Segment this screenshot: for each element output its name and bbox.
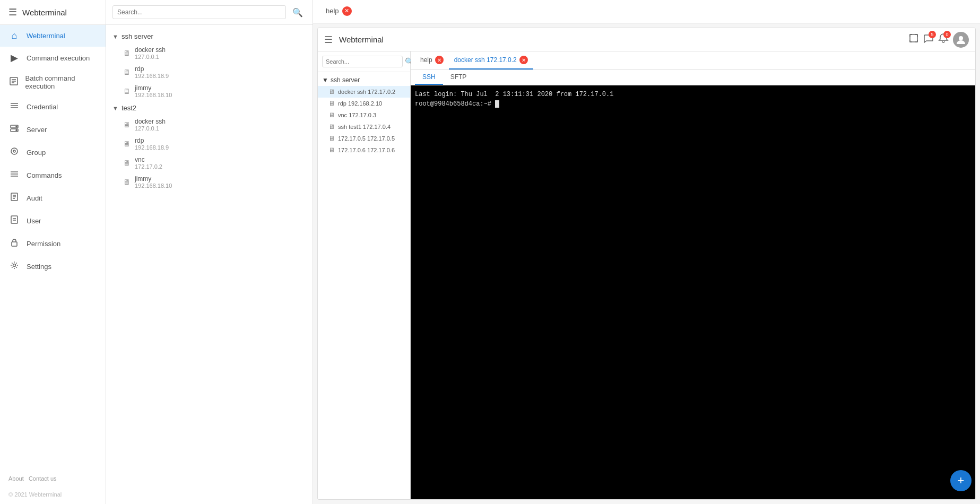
server-name: docker ssh	[135, 118, 166, 125]
sidebar-item-label: Audit	[27, 194, 42, 202]
tab-help[interactable]: help ✕	[319, 1, 358, 22]
avatar[interactable]	[953, 32, 969, 48]
sidebar-item-settings[interactable]: Settings	[0, 255, 106, 278]
tab-close-button[interactable]: ✕	[342, 6, 352, 16]
terminal-cursor	[495, 100, 499, 108]
server-search-button[interactable]: 🔍	[289, 6, 306, 19]
terminal-prompt: root@9984b658d4ca:~#	[415, 99, 971, 109]
inner-tab-close[interactable]: ✕	[519, 56, 528, 64]
server-ip: 192.168.18.9	[135, 73, 169, 79]
expand-icon[interactable]	[908, 33, 919, 46]
contact-link[interactable]: Contact us	[29, 475, 57, 482]
user-icon	[8, 215, 20, 227]
app-title: Webterminal	[22, 8, 67, 17]
inner-layout: 🔍 ▼ ssh server 🖥 docker ssh 172.17.0.2 🖥…	[318, 51, 975, 499]
terminal-header-actions: 5 0	[908, 32, 969, 48]
svg-rect-25	[910, 34, 917, 42]
sidebar-item-command-execution[interactable]: ▶ Command execution	[0, 47, 106, 69]
sidebar-item-label: Webterminal	[27, 32, 65, 40]
inner-search-bar: 🔍	[318, 51, 410, 72]
group-ssh-server[interactable]: ▼ ssh server	[106, 29, 313, 44]
bell-badge: 0	[943, 31, 951, 38]
list-item[interactable]: 🖥 jimmy 192.168.18.10	[106, 172, 313, 192]
inner-group-ssh-server[interactable]: ▼ ssh server	[318, 74, 410, 86]
sidebar-item-audit[interactable]: Audit	[0, 187, 106, 210]
group-test2[interactable]: ▼ test2	[106, 101, 313, 115]
list-item[interactable]: 🖥 rdp 192.168.18.9	[106, 63, 313, 82]
inner-server-label: 172.17.0.6 172.17.0.6	[338, 147, 395, 153]
server-ip: 127.0.0.1	[135, 125, 166, 132]
inner-list-item[interactable]: 🖥 172.17.0.6 172.17.0.6	[318, 144, 410, 156]
collapse-arrow: ▼	[112, 33, 118, 40]
inner-tab-bar: help ✕ docker ssh 172.17.0.2 ✕	[411, 51, 975, 70]
chat-icon[interactable]: 5	[923, 33, 934, 46]
terminal-menu-icon[interactable]: ☰	[324, 34, 333, 46]
svg-point-10	[16, 130, 17, 131]
sidebar-item-server[interactable]: Server	[0, 118, 106, 141]
about-link[interactable]: About	[8, 475, 24, 482]
server-name: vnc	[135, 156, 162, 163]
sidebar-item-user[interactable]: User	[0, 210, 106, 232]
inner-tab-label: docker ssh 172.17.0.2	[454, 56, 517, 64]
inner-server-label: rdp 192.168.2.10	[338, 100, 382, 107]
credential-icon	[8, 101, 20, 113]
terminal-screen[interactable]: Last login: Thu Jul 2 13:11:31 2020 from…	[411, 85, 975, 499]
tab-ssh[interactable]: SSH	[415, 70, 443, 85]
nav-footer: About Contact us	[0, 469, 106, 488]
inner-arrow: ▼	[322, 76, 328, 84]
sidebar-item-label: Command execution	[27, 54, 90, 62]
inner-server-label: ssh test1 172.17.0.4	[338, 124, 391, 130]
sidebar-item-label: Server	[27, 126, 47, 134]
server-browser: 🔍 ▼ ssh server 🖥 docker ssh 127.0.0.1 🖥 …	[106, 0, 313, 504]
inner-tab-help[interactable]: help ✕	[415, 51, 449, 69]
svg-point-24	[13, 264, 16, 267]
menu-icon[interactable]: ☰	[8, 6, 17, 18]
ssh-icon: 🖥	[123, 87, 131, 95]
terminal-line: Last login: Thu Jul 2 13:11:31 2020 from…	[415, 90, 971, 99]
main-content: help ✕ ☰ Webterminal	[313, 0, 980, 504]
inner-list-item[interactable]: 🖥 172.17.0.5 172.17.0.5	[318, 133, 410, 144]
nav-items-list: ⌂ Webterminal ▶ Command execution Batch …	[0, 25, 106, 469]
inner-server-panel: 🔍 ▼ ssh server 🖥 docker ssh 172.17.0.2 🖥…	[318, 51, 411, 499]
inner-list-item[interactable]: 🖥 docker ssh 172.17.0.2	[318, 86, 410, 98]
sidebar-item-batch-command[interactable]: Batch command execution	[0, 69, 106, 95]
inner-rdp-icon: 🖥	[328, 100, 335, 107]
list-item[interactable]: 🖥 vnc 172.17.0.2	[106, 153, 313, 172]
inner-search-input[interactable]	[322, 56, 403, 67]
inner-list-item[interactable]: 🖥 rdp 192.168.2.10	[318, 98, 410, 109]
tab-sftp[interactable]: SFTP	[443, 70, 474, 85]
sidebar-item-permission[interactable]: Permission	[0, 232, 106, 255]
sidebar-item-commands[interactable]: Commands	[0, 164, 106, 187]
inner-tab-docker-ssh[interactable]: docker ssh 172.17.0.2 ✕	[449, 51, 533, 69]
sidebar-item-label: Permission	[27, 240, 60, 248]
settings-icon	[8, 260, 20, 273]
ssh-icon: 🖥	[123, 178, 131, 186]
sidebar-item-label: Group	[27, 149, 46, 157]
list-item[interactable]: 🖥 jimmy 192.168.18.10	[106, 82, 313, 101]
list-item[interactable]: 🖥 rdp 192.168.18.9	[106, 134, 313, 153]
inner-ssh-icon: 🖥	[328, 123, 335, 131]
sidebar-item-credential[interactable]: Credential	[0, 95, 106, 118]
list-item[interactable]: 🖥 docker ssh 127.0.0.1	[106, 44, 313, 63]
server-ip: 192.168.18.10	[135, 183, 172, 189]
inner-list-item[interactable]: 🖥 ssh test1 172.17.0.4	[318, 121, 410, 133]
chat-badge: 5	[929, 31, 936, 38]
batch-icon	[8, 76, 19, 89]
server-name: rdp	[135, 137, 169, 144]
inner-ssh-icon: 🖥	[328, 88, 335, 95]
ssh-sftp-tab-bar: SSH SFTP	[411, 70, 975, 85]
server-search-input[interactable]	[112, 5, 286, 19]
inner-tab-label: help	[420, 56, 432, 64]
inner-list-item[interactable]: 🖥 vnc 172.17.0.3	[318, 109, 410, 121]
inner-server-tree: ▼ ssh server 🖥 docker ssh 172.17.0.2 🖥 r…	[318, 72, 410, 499]
audit-icon	[8, 192, 20, 204]
sidebar-item-home[interactable]: ⌂ Webterminal	[0, 25, 106, 47]
group-name: test2	[122, 104, 136, 112]
list-item[interactable]: 🖥 docker ssh 127.0.0.1	[106, 115, 313, 134]
sidebar-item-group[interactable]: Group	[0, 141, 106, 164]
bell-icon[interactable]: 0	[938, 33, 949, 46]
fab-add-button[interactable]: +	[950, 470, 972, 491]
sidebar-item-label: Credential	[27, 103, 58, 111]
sidebar-item-label: User	[27, 217, 41, 225]
inner-tab-close[interactable]: ✕	[435, 56, 444, 64]
